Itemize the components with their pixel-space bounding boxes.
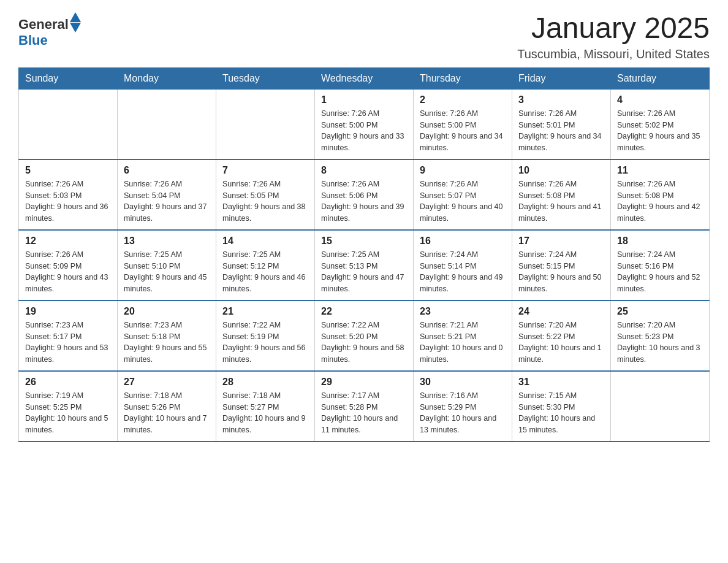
calendar-week-row: 5Sunrise: 7:26 AM Sunset: 5:03 PM Daylig… — [19, 159, 710, 230]
calendar-cell: 10Sunrise: 7:26 AM Sunset: 5:08 PM Dayli… — [512, 159, 611, 230]
day-info: Sunrise: 7:24 AM Sunset: 5:14 PM Dayligh… — [420, 249, 506, 295]
day-number: 4 — [617, 94, 703, 105]
calendar-cell: 19Sunrise: 7:23 AM Sunset: 5:17 PM Dayli… — [19, 301, 118, 371]
day-number: 8 — [321, 165, 407, 176]
calendar-cell: 29Sunrise: 7:17 AM Sunset: 5:28 PM Dayli… — [315, 371, 414, 442]
header-cell-saturday: Saturday — [611, 67, 710, 89]
calendar-table: SundayMondayTuesdayWednesdayThursdayFrid… — [18, 67, 710, 442]
header-cell-tuesday: Tuesday — [216, 67, 315, 89]
day-info: Sunrise: 7:18 AM Sunset: 5:27 PM Dayligh… — [222, 390, 308, 436]
day-info: Sunrise: 7:21 AM Sunset: 5:21 PM Dayligh… — [420, 320, 506, 366]
title-section: January 2025 Tuscumbia, Missouri, United… — [517, 12, 710, 61]
calendar-cell: 13Sunrise: 7:25 AM Sunset: 5:10 PM Dayli… — [118, 230, 216, 301]
day-info: Sunrise: 7:26 AM Sunset: 5:01 PM Dayligh… — [518, 108, 604, 154]
calendar-week-row: 1Sunrise: 7:26 AM Sunset: 5:00 PM Daylig… — [19, 89, 710, 159]
day-number: 27 — [124, 377, 210, 388]
day-info: Sunrise: 7:16 AM Sunset: 5:29 PM Dayligh… — [420, 390, 506, 436]
calendar-cell: 15Sunrise: 7:25 AM Sunset: 5:13 PM Dayli… — [315, 230, 414, 301]
day-number: 7 — [222, 165, 308, 176]
calendar-body: 1Sunrise: 7:26 AM Sunset: 5:00 PM Daylig… — [19, 89, 710, 442]
day-info: Sunrise: 7:24 AM Sunset: 5:16 PM Dayligh… — [617, 249, 703, 295]
day-info: Sunrise: 7:18 AM Sunset: 5:26 PM Dayligh… — [124, 390, 210, 436]
day-info: Sunrise: 7:24 AM Sunset: 5:15 PM Dayligh… — [518, 249, 604, 295]
day-info: Sunrise: 7:26 AM Sunset: 5:07 PM Dayligh… — [420, 178, 506, 224]
day-info: Sunrise: 7:26 AM Sunset: 5:08 PM Dayligh… — [518, 178, 604, 224]
logo-text-general: General — [18, 17, 69, 33]
page-header: General Blue January 2025 Tuscumbia, Mis… — [18, 12, 710, 61]
calendar-cell: 16Sunrise: 7:24 AM Sunset: 5:14 PM Dayli… — [414, 230, 512, 301]
day-info: Sunrise: 7:26 AM Sunset: 5:04 PM Dayligh… — [124, 178, 210, 224]
day-number: 13 — [124, 236, 210, 247]
day-info: Sunrise: 7:26 AM Sunset: 5:08 PM Dayligh… — [617, 178, 703, 224]
header-cell-monday: Monday — [118, 67, 216, 89]
calendar-cell: 17Sunrise: 7:24 AM Sunset: 5:15 PM Dayli… — [512, 230, 611, 301]
day-number: 16 — [420, 236, 506, 247]
day-info: Sunrise: 7:26 AM Sunset: 5:05 PM Dayligh… — [222, 178, 308, 224]
day-number: 20 — [124, 306, 210, 317]
day-info: Sunrise: 7:15 AM Sunset: 5:30 PM Dayligh… — [518, 390, 604, 436]
day-number: 21 — [222, 306, 308, 317]
header-cell-thursday: Thursday — [414, 67, 512, 89]
day-number: 3 — [518, 94, 604, 105]
day-number: 23 — [420, 306, 506, 317]
day-number: 2 — [420, 94, 506, 105]
day-number: 12 — [25, 236, 111, 247]
calendar-week-row: 12Sunrise: 7:26 AM Sunset: 5:09 PM Dayli… — [19, 230, 710, 301]
day-info: Sunrise: 7:22 AM Sunset: 5:20 PM Dayligh… — [321, 320, 407, 366]
day-number: 5 — [25, 165, 111, 176]
day-number: 24 — [518, 306, 604, 317]
calendar-cell: 9Sunrise: 7:26 AM Sunset: 5:07 PM Daylig… — [414, 159, 512, 230]
calendar-cell: 11Sunrise: 7:26 AM Sunset: 5:08 PM Dayli… — [611, 159, 710, 230]
day-number: 26 — [25, 377, 111, 388]
header-cell-wednesday: Wednesday — [315, 67, 414, 89]
day-info: Sunrise: 7:22 AM Sunset: 5:19 PM Dayligh… — [222, 320, 308, 366]
day-info: Sunrise: 7:26 AM Sunset: 5:03 PM Dayligh… — [25, 178, 111, 224]
day-number: 9 — [420, 165, 506, 176]
day-number: 31 — [518, 377, 604, 388]
day-number: 10 — [518, 165, 604, 176]
day-info: Sunrise: 7:23 AM Sunset: 5:17 PM Dayligh… — [25, 320, 111, 366]
calendar-title: January 2025 — [517, 12, 710, 45]
calendar-cell: 27Sunrise: 7:18 AM Sunset: 5:26 PM Dayli… — [118, 371, 216, 442]
calendar-cell — [19, 89, 118, 159]
calendar-cell: 24Sunrise: 7:20 AM Sunset: 5:22 PM Dayli… — [512, 301, 611, 371]
calendar-subtitle: Tuscumbia, Missouri, United States — [517, 47, 710, 61]
day-number: 29 — [321, 377, 407, 388]
day-info: Sunrise: 7:23 AM Sunset: 5:18 PM Dayligh… — [124, 320, 210, 366]
day-info: Sunrise: 7:25 AM Sunset: 5:13 PM Dayligh… — [321, 249, 407, 295]
calendar-cell: 7Sunrise: 7:26 AM Sunset: 5:05 PM Daylig… — [216, 159, 315, 230]
header-cell-friday: Friday — [512, 67, 611, 89]
day-number: 6 — [124, 165, 210, 176]
day-number: 22 — [321, 306, 407, 317]
day-number: 19 — [25, 306, 111, 317]
calendar-cell: 21Sunrise: 7:22 AM Sunset: 5:19 PM Dayli… — [216, 301, 315, 371]
calendar-cell — [611, 371, 710, 442]
day-info: Sunrise: 7:20 AM Sunset: 5:23 PM Dayligh… — [617, 320, 703, 366]
day-info: Sunrise: 7:26 AM Sunset: 5:09 PM Dayligh… — [25, 249, 111, 295]
calendar-cell: 3Sunrise: 7:26 AM Sunset: 5:01 PM Daylig… — [512, 89, 611, 159]
header-cell-sunday: Sunday — [19, 67, 118, 89]
logo: General Blue — [18, 12, 81, 48]
calendar-header: SundayMondayTuesdayWednesdayThursdayFrid… — [19, 67, 710, 89]
calendar-cell: 6Sunrise: 7:26 AM Sunset: 5:04 PM Daylig… — [118, 159, 216, 230]
calendar-cell: 4Sunrise: 7:26 AM Sunset: 5:02 PM Daylig… — [611, 89, 710, 159]
day-info: Sunrise: 7:26 AM Sunset: 5:00 PM Dayligh… — [321, 108, 407, 154]
calendar-week-row: 26Sunrise: 7:19 AM Sunset: 5:25 PM Dayli… — [19, 371, 710, 442]
calendar-cell: 5Sunrise: 7:26 AM Sunset: 5:03 PM Daylig… — [19, 159, 118, 230]
calendar-cell: 20Sunrise: 7:23 AM Sunset: 5:18 PM Dayli… — [118, 301, 216, 371]
day-info: Sunrise: 7:17 AM Sunset: 5:28 PM Dayligh… — [321, 390, 407, 436]
calendar-cell: 18Sunrise: 7:24 AM Sunset: 5:16 PM Dayli… — [611, 230, 710, 301]
day-info: Sunrise: 7:26 AM Sunset: 5:06 PM Dayligh… — [321, 178, 407, 224]
calendar-cell — [216, 89, 315, 159]
calendar-cell: 22Sunrise: 7:22 AM Sunset: 5:20 PM Dayli… — [315, 301, 414, 371]
calendar-cell: 28Sunrise: 7:18 AM Sunset: 5:27 PM Dayli… — [216, 371, 315, 442]
calendar-cell: 2Sunrise: 7:26 AM Sunset: 5:00 PM Daylig… — [414, 89, 512, 159]
calendar-cell: 8Sunrise: 7:26 AM Sunset: 5:06 PM Daylig… — [315, 159, 414, 230]
logo-text-blue: Blue — [18, 33, 48, 48]
logo-icon: General Blue — [18, 12, 81, 48]
day-info: Sunrise: 7:26 AM Sunset: 5:02 PM Dayligh… — [617, 108, 703, 154]
calendar-cell — [118, 89, 216, 159]
day-info: Sunrise: 7:26 AM Sunset: 5:00 PM Dayligh… — [420, 108, 506, 154]
day-info: Sunrise: 7:20 AM Sunset: 5:22 PM Dayligh… — [518, 320, 604, 366]
header-row: SundayMondayTuesdayWednesdayThursdayFrid… — [19, 67, 710, 89]
